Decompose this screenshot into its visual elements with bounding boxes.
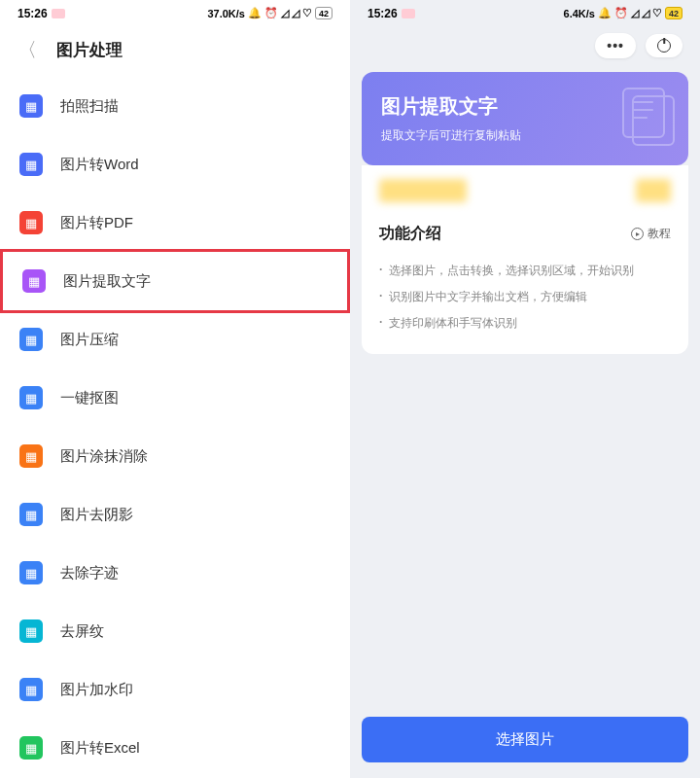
shadow-icon: ▦ <box>19 503 43 526</box>
bell-icon: 🔔 <box>598 7 612 19</box>
top-actions: ••• <box>350 23 700 68</box>
status-time: 15:26 <box>368 7 398 20</box>
bullet-item: 支持印刷体和手写体识别 <box>379 310 671 336</box>
page-title: 图片处理 <box>56 39 122 61</box>
bell-icon: 🔔 <box>248 7 262 19</box>
power-button[interactable] <box>646 34 682 57</box>
watermark-icon: ▦ <box>19 678 43 701</box>
menu-item-0[interactable]: ▦拍照扫描 <box>0 77 350 135</box>
compress-icon: ▦ <box>19 328 43 351</box>
word-icon: ▦ <box>19 153 43 176</box>
signal-icon: ◿ <box>281 7 289 19</box>
page-header: 〈 图片处理 <box>0 23 350 77</box>
menu-label: 一键抠图 <box>60 389 119 407</box>
menu-label: 图片转Word <box>60 156 139 174</box>
moire-icon: ▦ <box>19 619 43 643</box>
menu-label: 去屏纹 <box>60 622 104 641</box>
tutorial-label: 教程 <box>648 226 671 242</box>
signal-icon-2: ◿ <box>642 7 649 19</box>
more-button[interactable]: ••• <box>595 33 636 58</box>
camera-scan-icon: ▦ <box>19 94 43 118</box>
redacted-content <box>379 179 467 202</box>
eraser-icon: ▦ <box>19 444 43 468</box>
power-icon <box>657 39 671 53</box>
menu-item-4[interactable]: ▦图片压缩 <box>0 310 350 369</box>
menu-item-5[interactable]: ▦一键抠图 <box>0 369 350 427</box>
menu-label: 拍照扫描 <box>60 97 119 116</box>
alarm-icon: ⏰ <box>264 7 278 19</box>
menu-item-6[interactable]: ▦图片涂抹消除 <box>0 427 350 485</box>
menu-item-8[interactable]: ▦去除字迹 <box>0 544 350 602</box>
redacted-row <box>379 179 671 202</box>
menu-label: 图片转Excel <box>60 739 140 758</box>
network-speed: 6.4K/s <box>564 8 595 19</box>
bullet-item: 选择图片，点击转换，选择识别区域，开始识别 <box>379 258 671 284</box>
battery-icon: 42 <box>315 7 332 19</box>
signal-icon-2: ◿ <box>292 7 299 19</box>
hero-card: 图片提取文字 提取文字后可进行复制粘贴 <box>362 72 688 165</box>
menu-list: ▦拍照扫描▦图片转Word▦图片转PDF▦图片提取文字▦图片压缩▦一键抠图▦图片… <box>0 77 350 777</box>
menu-label: 图片压缩 <box>60 331 119 349</box>
menu-item-2[interactable]: ▦图片转PDF <box>0 194 350 252</box>
notification-dot-icon <box>52 9 65 18</box>
menu-label: 图片转PDF <box>60 214 133 232</box>
feature-bullets: 选择图片，点击转换，选择识别区域，开始识别识别图片中文字并输出文档，方便编辑支持… <box>379 258 671 336</box>
content-card: 功能介绍 教程 选择图片，点击转换，选择识别区域，开始识别识别图片中文字并输出文… <box>362 165 688 354</box>
wifi-icon: ♡ <box>652 7 662 19</box>
menu-item-1[interactable]: ▦图片转Word <box>0 135 350 194</box>
play-icon <box>631 228 644 240</box>
menu-item-10[interactable]: ▦图片加水印 <box>0 660 350 719</box>
notification-dot-icon <box>402 9 415 18</box>
menu-label: 去除字迹 <box>60 564 119 583</box>
tutorial-link[interactable]: 教程 <box>631 226 671 242</box>
alarm-icon: ⏰ <box>614 7 628 19</box>
status-bar-right: 15:26 6.4K/s 🔔 ⏰ ◿ ◿ ♡ 42 <box>350 0 700 23</box>
menu-item-11[interactable]: ▦图片转Excel <box>0 719 350 777</box>
remove-text-icon: ▦ <box>19 561 43 584</box>
bullet-item: 识别图片中文字并输出文档，方便编辑 <box>379 284 671 310</box>
menu-label: 图片提取文字 <box>63 272 151 291</box>
wifi-icon: ♡ <box>302 7 312 19</box>
hero-subtitle: 提取文字后可进行复制粘贴 <box>381 127 669 144</box>
cutout-icon: ▦ <box>19 386 43 409</box>
status-time: 15:26 <box>18 7 48 20</box>
menu-label: 图片加水印 <box>60 681 133 699</box>
menu-label: 图片去阴影 <box>60 506 133 524</box>
signal-icon: ◿ <box>631 7 639 19</box>
menu-item-7[interactable]: ▦图片去阴影 <box>0 485 350 544</box>
excel-icon: ▦ <box>19 736 43 760</box>
back-icon[interactable]: 〈 <box>18 37 37 63</box>
pdf-icon: ▦ <box>19 211 43 234</box>
battery-icon: 42 <box>665 7 682 19</box>
ocr-icon: ▦ <box>22 269 46 293</box>
section-title: 功能介绍 <box>379 224 441 244</box>
menu-label: 图片涂抹消除 <box>60 447 148 466</box>
redacted-content <box>636 179 671 202</box>
network-speed: 37.0K/s <box>207 8 245 19</box>
menu-item-9[interactable]: ▦去屏纹 <box>0 602 350 660</box>
select-image-button[interactable]: 选择图片 <box>362 717 688 762</box>
menu-item-3[interactable]: ▦图片提取文字 <box>0 249 350 313</box>
status-bar-left: 15:26 37.0K/s 🔔 ⏰ ◿ ◿ ♡ 42 <box>0 0 350 23</box>
